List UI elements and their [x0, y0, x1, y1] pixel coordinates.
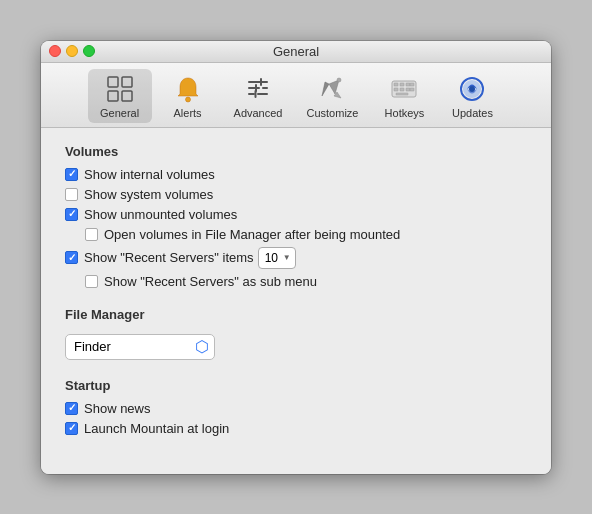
svg-rect-2 [122, 77, 132, 87]
show-news-checkbox[interactable] [65, 402, 78, 415]
toolbar-item-updates[interactable]: Updates [440, 69, 504, 123]
general-icon [104, 73, 136, 105]
window-title: General [41, 44, 551, 59]
show-news-row: Show news [65, 401, 527, 416]
toolbar-item-alerts[interactable]: Alerts [156, 69, 220, 123]
svg-rect-13 [394, 88, 398, 91]
file-manager-dropdown[interactable]: Finder Path Finder ForkLift [74, 339, 208, 354]
file-manager-section: File Manager Finder Path Finder ForkLift [65, 307, 527, 360]
minimize-button[interactable] [66, 45, 78, 57]
show-system-row: Show system volumes [65, 187, 527, 202]
recent-servers-submenu-row: Show "Recent Servers" as sub menu [85, 274, 527, 289]
updates-icon [456, 73, 488, 105]
open-file-manager-row: Open volumes in File Manager after being… [85, 227, 527, 242]
advanced-label: Advanced [234, 107, 283, 119]
show-unmounted-checkbox[interactable] [65, 208, 78, 221]
svg-point-4 [185, 97, 190, 102]
updates-label: Updates [452, 107, 493, 119]
recent-count-select[interactable]: 10 5 15 20 [258, 247, 296, 269]
svg-rect-16 [396, 93, 408, 95]
open-file-manager-label: Open volumes in File Manager after being… [104, 227, 400, 242]
hotkeys-icon [388, 73, 420, 105]
svg-rect-0 [108, 77, 118, 87]
launch-login-row: Launch Mountain at login [65, 421, 527, 436]
recent-count-dropdown[interactable]: 10 5 15 20 [265, 251, 291, 265]
svg-rect-14 [400, 88, 404, 91]
toolbar-item-general[interactable]: General [88, 69, 152, 123]
recent-servers-submenu-label: Show "Recent Servers" as sub menu [104, 274, 317, 289]
toolbar: General Alerts [41, 63, 551, 128]
customize-icon [316, 73, 348, 105]
volumes-title: Volumes [65, 144, 527, 159]
maximize-button[interactable] [83, 45, 95, 57]
svg-rect-12 [406, 83, 410, 86]
launch-login-checkbox[interactable] [65, 422, 78, 435]
show-internal-label: Show internal volumes [84, 167, 215, 182]
file-manager-title: File Manager [65, 307, 527, 322]
toolbar-item-hotkeys[interactable]: Hotkeys [372, 69, 436, 123]
svg-rect-3 [122, 91, 132, 101]
svg-rect-18 [410, 88, 414, 91]
advanced-icon [242, 73, 274, 105]
close-button[interactable] [49, 45, 61, 57]
svg-point-21 [469, 86, 475, 92]
alerts-label: Alerts [173, 107, 201, 119]
content-area: Volumes Show internal volumes Show syste… [41, 128, 551, 474]
general-label: General [100, 107, 139, 119]
open-file-manager-checkbox[interactable] [85, 228, 98, 241]
recent-servers-checkbox[interactable] [65, 251, 78, 264]
startup-section: Startup Show news Launch Mountain at log… [65, 378, 527, 436]
svg-point-8 [337, 78, 341, 82]
recent-servers-label-pre: Show "Recent Servers" items [84, 250, 254, 265]
show-unmounted-row: Show unmounted volumes [65, 207, 527, 222]
volumes-section: Volumes Show internal volumes Show syste… [65, 144, 527, 289]
toolbar-item-advanced[interactable]: Advanced [224, 69, 293, 123]
launch-login-label: Launch Mountain at login [84, 421, 229, 436]
customize-label: Customize [306, 107, 358, 119]
show-internal-row: Show internal volumes [65, 167, 527, 182]
file-manager-select-wrapper[interactable]: Finder Path Finder ForkLift [65, 334, 215, 360]
svg-rect-15 [406, 88, 410, 91]
svg-rect-1 [108, 91, 118, 101]
show-system-checkbox[interactable] [65, 188, 78, 201]
main-window: General General Alerts [41, 41, 551, 474]
svg-rect-11 [400, 83, 404, 86]
recent-servers-row: Show "Recent Servers" items 10 5 15 20 [65, 247, 527, 269]
svg-rect-10 [394, 83, 398, 86]
show-news-label: Show news [84, 401, 150, 416]
traffic-lights [49, 45, 95, 57]
recent-servers-submenu-checkbox[interactable] [85, 275, 98, 288]
svg-rect-17 [410, 83, 414, 86]
titlebar: General [41, 41, 551, 63]
hotkeys-label: Hotkeys [385, 107, 425, 119]
alerts-icon [172, 73, 204, 105]
show-internal-checkbox[interactable] [65, 168, 78, 181]
startup-title: Startup [65, 378, 527, 393]
toolbar-item-customize[interactable]: Customize [296, 69, 368, 123]
show-system-label: Show system volumes [84, 187, 213, 202]
show-unmounted-label: Show unmounted volumes [84, 207, 237, 222]
